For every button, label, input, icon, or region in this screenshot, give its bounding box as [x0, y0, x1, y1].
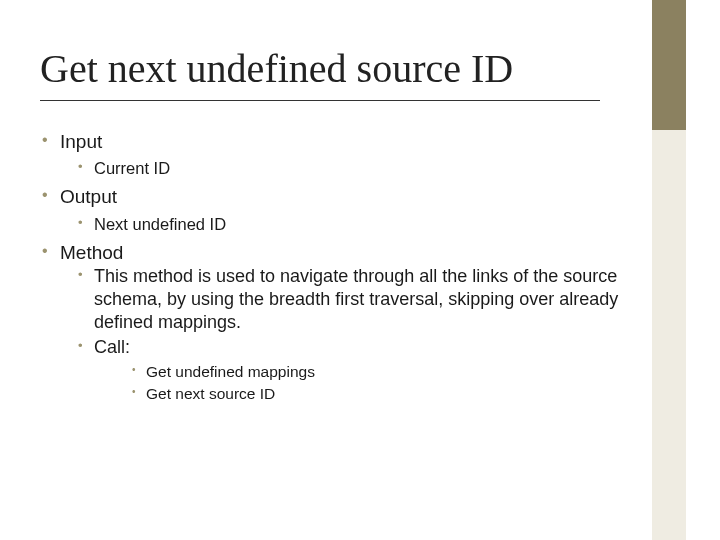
bullet-method-label: Method: [60, 242, 123, 263]
bullet-output-label: Output: [60, 186, 117, 207]
bullet-output-item: Next undefined ID: [60, 214, 662, 235]
bullet-method: Method This method is used to navigate t…: [42, 241, 662, 404]
bullet-input-label: Input: [60, 131, 102, 152]
bullet-method-call-label: Call:: [94, 337, 130, 357]
slide-title: Get next undefined source ID: [40, 48, 513, 90]
bullet-list: Input Current ID Output Next undefined I…: [42, 130, 662, 404]
bullet-input-item: Current ID: [60, 158, 662, 179]
bullet-method-calls-list: Get undefined mappings Get next source I…: [94, 362, 662, 404]
title-underline: [40, 100, 600, 101]
bullet-output: Output Next undefined ID: [42, 185, 662, 234]
bullet-input: Input Current ID: [42, 130, 662, 179]
bullet-method-call: Call: Get undefined mappings Get next so…: [60, 336, 662, 404]
slide-body: Input Current ID Output Next undefined I…: [42, 130, 662, 408]
bullet-method-sublist: This method is used to navigate through …: [60, 265, 662, 404]
bullet-method-call-item: Get undefined mappings: [94, 362, 662, 382]
bullet-method-call-item: Get next source ID: [94, 384, 662, 404]
slide: Get next undefined source ID Input Curre…: [0, 0, 720, 540]
bullet-input-sublist: Current ID: [60, 158, 662, 179]
bullet-output-sublist: Next undefined ID: [60, 214, 662, 235]
bullet-method-desc: This method is used to navigate through …: [60, 265, 662, 334]
accent-dark: [652, 0, 686, 130]
